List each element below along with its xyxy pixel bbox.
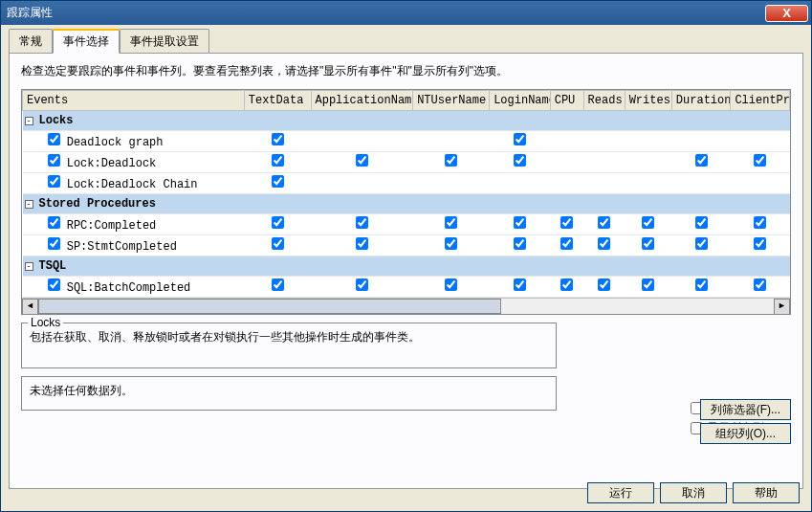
cell-checkbox[interactable]	[514, 278, 526, 291]
column-header[interactable]: NTUserName	[413, 91, 490, 111]
cell-checkbox[interactable]	[356, 278, 368, 291]
help-button[interactable]: 帮助	[733, 482, 800, 503]
collapse-icon[interactable]: -	[25, 200, 33, 209]
collapse-icon[interactable]: -	[25, 262, 33, 271]
cell-checkbox[interactable]	[514, 133, 526, 145]
cell-checkbox[interactable]	[356, 216, 368, 229]
tab-bar: 常规 事件选择 事件提取设置	[1, 25, 811, 53]
cell-checkbox[interactable]	[642, 237, 654, 250]
cell-checkbox[interactable]	[598, 278, 610, 291]
cell-checkbox[interactable]	[695, 278, 708, 291]
table-row[interactable]: SQL:BatchCompleted	[23, 277, 790, 298]
cell-checkbox[interactable]	[560, 278, 573, 291]
cell-checkbox[interactable]	[445, 237, 457, 250]
description-title: Locks	[28, 316, 63, 329]
event-checkbox[interactable]	[48, 278, 60, 291]
collapse-icon[interactable]: -	[25, 117, 33, 125]
events-grid: EventsTextDataApplicationNameNTUserNameL…	[21, 89, 791, 315]
event-checkbox[interactable]	[48, 133, 60, 145]
column-header[interactable]: ApplicationName	[311, 91, 413, 111]
cell-checkbox[interactable]	[754, 154, 766, 167]
cell-checkbox[interactable]	[514, 237, 526, 250]
cell-checkbox[interactable]	[272, 216, 284, 229]
column-header[interactable]: CPU	[550, 91, 583, 111]
cell-checkbox[interactable]	[445, 216, 457, 229]
group-row[interactable]: -Stored Procedures	[23, 194, 790, 214]
cell-checkbox[interactable]	[598, 216, 610, 229]
table-row[interactable]: RPC:Completed	[23, 214, 790, 235]
cancel-button[interactable]: 取消	[660, 482, 727, 503]
column-header[interactable]: Reads	[583, 91, 625, 111]
event-checkbox[interactable]	[48, 237, 60, 250]
cell-checkbox[interactable]	[445, 154, 457, 167]
cell-checkbox[interactable]	[754, 216, 766, 229]
cell-checkbox[interactable]	[272, 154, 284, 167]
cell-checkbox[interactable]	[514, 154, 526, 167]
tab-general[interactable]: 常规	[9, 29, 53, 53]
column-header[interactable]: LoginName	[490, 91, 551, 111]
cell-checkbox[interactable]	[272, 237, 284, 250]
scroll-right-icon[interactable]: ►	[774, 299, 790, 315]
column-header[interactable]: TextData	[244, 91, 311, 111]
instruction-text: 检查选定要跟踪的事件和事件列。要查看完整列表，请选择"显示所有事件"和"显示所有…	[21, 63, 791, 79]
cell-checkbox[interactable]	[445, 278, 457, 291]
cell-checkbox[interactable]	[642, 278, 654, 291]
group-row[interactable]: -Locks	[23, 111, 790, 131]
titlebar: 跟踪属性 X	[1, 1, 811, 25]
table-row[interactable]: Lock:Deadlock	[23, 152, 790, 173]
event-checkbox[interactable]	[48, 154, 60, 167]
cell-checkbox[interactable]	[695, 154, 708, 167]
cell-checkbox[interactable]	[272, 133, 284, 145]
run-button[interactable]: 运行	[587, 482, 654, 503]
tab-content: 检查选定要跟踪的事件和事件列。要查看完整列表，请选择"显示所有事件"和"显示所有…	[9, 53, 803, 489]
cell-checkbox[interactable]	[514, 216, 526, 229]
event-checkbox[interactable]	[48, 175, 60, 188]
scroll-left-icon[interactable]: ◄	[22, 299, 38, 315]
column-info-box: 未选择任何数据列。	[21, 376, 557, 411]
cell-checkbox[interactable]	[356, 237, 368, 250]
column-header[interactable]: Duration	[671, 91, 731, 111]
cell-checkbox[interactable]	[695, 216, 708, 229]
tab-event-extraction[interactable]: 事件提取设置	[120, 29, 209, 53]
trace-properties-window: 跟踪属性 X 常规 事件选择 事件提取设置 检查选定要跟踪的事件和事件列。要查看…	[0, 0, 812, 512]
column-header[interactable]: Events	[23, 91, 245, 111]
column-header[interactable]: Writes	[625, 91, 671, 111]
cell-checkbox[interactable]	[272, 175, 284, 188]
close-icon[interactable]: X	[765, 5, 808, 22]
cell-checkbox[interactable]	[560, 237, 573, 250]
cell-checkbox[interactable]	[356, 154, 368, 167]
cell-checkbox[interactable]	[754, 278, 766, 291]
horizontal-scrollbar[interactable]: ◄ ►	[22, 298, 790, 314]
scrollbar-thumb[interactable]	[38, 299, 501, 314]
dialog-buttons: 运行 取消 帮助	[587, 482, 800, 503]
cell-checkbox[interactable]	[598, 237, 610, 250]
table-row[interactable]: Lock:Deadlock Chain	[23, 173, 790, 194]
description-text: 包括在获取、取消、释放锁时或者在对锁执行一些其他操作时生成的事件类。	[30, 329, 548, 345]
cell-checkbox[interactable]	[560, 216, 573, 229]
event-description-box: Locks 包括在获取、取消、释放锁时或者在对锁执行一些其他操作时生成的事件类。	[21, 323, 557, 368]
cell-checkbox[interactable]	[642, 216, 654, 229]
event-checkbox[interactable]	[48, 216, 60, 229]
no-columns-text: 未选择任何数据列。	[30, 383, 548, 399]
table-row[interactable]: SP:StmtCompleted	[23, 235, 790, 256]
cell-checkbox[interactable]	[272, 278, 284, 291]
organize-columns-button[interactable]: 组织列(O)...	[700, 423, 791, 444]
tab-event-selection[interactable]: 事件选择	[53, 29, 120, 54]
column-filters-button[interactable]: 列筛选器(F)...	[700, 399, 791, 420]
table-row[interactable]: Deadlock graph	[23, 131, 790, 152]
window-title: 跟踪属性	[7, 5, 53, 21]
group-row[interactable]: -TSQL	[23, 256, 790, 277]
cell-checkbox[interactable]	[754, 237, 766, 250]
column-header[interactable]: ClientProc	[731, 91, 790, 111]
cell-checkbox[interactable]	[695, 237, 708, 250]
